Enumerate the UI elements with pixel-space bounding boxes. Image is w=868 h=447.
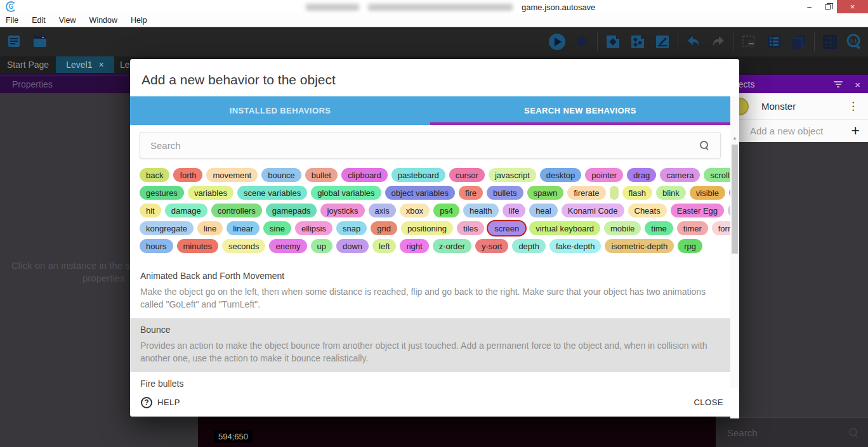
tag-chip-spawn[interactable]: spawn xyxy=(527,186,564,200)
tab-installed-behaviors[interactable]: INSTALLED BEHAVIORS xyxy=(130,96,430,125)
tag-chip-enemy[interactable]: enemy xyxy=(269,239,306,253)
tag-chip-global-variables[interactable]: global variables xyxy=(311,186,381,200)
tag-chip-y-sort[interactable]: y-sort xyxy=(475,239,509,253)
tag-chip-right[interactable]: right xyxy=(400,239,428,253)
tag-chip-grid[interactable]: grid xyxy=(371,221,397,235)
tag-chip-fire[interactable]: fire xyxy=(459,186,483,200)
tag-chip-gamepads[interactable]: gamepads xyxy=(266,204,317,217)
tag-chip-format[interactable]: format xyxy=(712,221,730,235)
tag-chip-desktop[interactable]: desktop xyxy=(540,168,582,182)
tag-chip-visible[interactable]: visible xyxy=(690,186,725,200)
menu-item-file[interactable]: File xyxy=(6,16,18,25)
help-button[interactable]: ? HELP xyxy=(141,397,180,408)
tag-chip-heal[interactable]: heal xyxy=(529,204,558,217)
scrollbar-thumb[interactable] xyxy=(732,145,738,254)
tag-chip-bullet[interactable]: bullet xyxy=(305,168,338,182)
tag-chip-screen[interactable]: screen xyxy=(488,221,525,235)
tag-chip-firerate[interactable]: firerate xyxy=(567,186,605,200)
tag-chip-clipboard[interactable]: clipboard xyxy=(341,168,388,182)
play-icon[interactable] xyxy=(548,32,567,51)
tag-chip-ellipsis[interactable]: ellipsis xyxy=(295,221,332,235)
close-window-button[interactable]: × xyxy=(837,0,868,13)
menu-item-edit[interactable]: Edit xyxy=(32,16,46,25)
tag-chip-scene-variables[interactable]: scene variables xyxy=(237,186,307,200)
tab-level1[interactable]: Level1 × xyxy=(56,56,114,73)
menu-item-window[interactable]: Window xyxy=(89,16,117,25)
project-manager-icon[interactable] xyxy=(5,32,24,51)
tag-chip-fake-depth[interactable]: fake-depth xyxy=(549,239,601,253)
tag-chip-bullets[interactable]: bullets xyxy=(487,186,523,200)
behavior-search-field[interactable]: Search xyxy=(140,132,721,159)
add-object-icon[interactable] xyxy=(603,32,622,51)
tag-chip-blank[interactable] xyxy=(610,186,619,200)
close-panel-icon[interactable]: × xyxy=(855,79,860,90)
tag-chip-virtual-keyboard[interactable]: virtual keyboard xyxy=(529,221,600,235)
tag-chip-bounce[interactable]: bounce xyxy=(261,168,301,182)
tag-chip-cheats[interactable]: Cheats xyxy=(628,204,667,217)
tag-chip-health[interactable]: health xyxy=(463,204,498,217)
tag-chip-positioning[interactable]: positioning xyxy=(401,221,453,235)
tag-chip-javascript[interactable]: javascript xyxy=(489,168,536,182)
tag-chip-controllers[interactable]: controllers xyxy=(211,204,262,217)
tag-chip-up[interactable]: up xyxy=(311,239,332,253)
tag-chip-pointer[interactable]: pointer xyxy=(585,168,623,182)
tab-close-icon[interactable]: × xyxy=(99,60,104,70)
tab-start-page[interactable]: Start Page xyxy=(7,56,49,73)
menu-item-help[interactable]: Help xyxy=(131,16,147,25)
tag-chip-scroll[interactable]: scroll xyxy=(704,168,730,182)
edit-scene-icon[interactable] xyxy=(653,32,672,51)
tag-chip-minutes[interactable]: minutes xyxy=(177,239,219,253)
tag-chip-gestures[interactable]: gestures xyxy=(140,186,184,200)
tag-chip-object-variables[interactable]: object variables xyxy=(385,186,455,200)
tag-chip-forth[interactable]: forth xyxy=(173,168,202,182)
tag-chip-kongregate[interactable]: kongregate xyxy=(140,221,194,235)
tag-chip-axis[interactable]: axis xyxy=(369,204,396,217)
tag-chip-sine[interactable]: sine xyxy=(263,221,291,235)
redo-icon[interactable] xyxy=(709,32,728,51)
tag-chip-z-order[interactable]: z-order xyxy=(433,239,471,253)
tag-chip-life[interactable]: life xyxy=(503,204,526,217)
tag-chip-left[interactable]: left xyxy=(372,239,396,253)
tag-chip-joysticks[interactable]: joysticks xyxy=(320,204,364,217)
tab-level2[interactable]: Le xyxy=(120,56,130,73)
scene-window-icon[interactable] xyxy=(30,32,49,51)
tab-search-new-behaviors[interactable]: SEARCH NEW BEHAVIORS xyxy=(430,96,730,125)
tag-chip-hit[interactable]: hit xyxy=(140,204,161,217)
filter-icon[interactable] xyxy=(833,81,843,87)
restore-button[interactable] xyxy=(819,0,837,13)
objects-search-field[interactable]: Search xyxy=(716,417,868,447)
scroll-up-icon[interactable]: ▲ xyxy=(730,136,739,140)
tag-chip-drag[interactable]: drag xyxy=(627,168,656,182)
layers-icon[interactable] xyxy=(789,32,808,51)
tag-chip-cursor[interactable]: cursor xyxy=(449,168,485,182)
grid-icon[interactable] xyxy=(820,32,839,51)
menu-item-view[interactable]: View xyxy=(59,16,76,25)
dialog-scrollbar[interactable]: ▲ ▼ xyxy=(730,96,739,418)
debug-icon[interactable] xyxy=(572,32,591,51)
tag-chip-back[interactable]: back xyxy=(140,168,169,182)
tag-chip-isometric-depth[interactable]: isometric-depth xyxy=(605,239,674,253)
zoom-1-1-icon[interactable]: 1:1 xyxy=(845,32,864,51)
tag-chip-pasteboard[interactable]: pasteboard xyxy=(391,168,445,182)
tag-chip-variables[interactable]: variables xyxy=(188,186,233,200)
minimize-button[interactable]: – xyxy=(800,0,819,13)
undo-icon[interactable] xyxy=(684,32,703,51)
tag-chip-rpg[interactable]: rpg xyxy=(678,239,702,253)
close-dialog-button[interactable]: CLOSE xyxy=(694,398,723,407)
tag-chip-hours[interactable]: hours xyxy=(140,239,173,253)
tag-chip-timer[interactable]: timer xyxy=(677,221,708,235)
tag-chip-damage[interactable]: damage xyxy=(165,204,207,217)
tag-chip-easter-egg[interactable]: Easter Egg xyxy=(671,204,724,217)
tag-chip-time[interactable]: time xyxy=(645,221,673,235)
tag-chip-movement[interactable]: movement xyxy=(206,168,258,182)
tag-chip-mobile[interactable]: mobile xyxy=(604,221,641,235)
tag-chip-depth[interactable]: depth xyxy=(512,239,546,253)
tag-chip-line[interactable]: line xyxy=(197,221,223,235)
instances-list-icon[interactable] xyxy=(765,32,784,51)
tag-chip-linear[interactable]: linear xyxy=(227,221,260,235)
tag-chip-flash[interactable]: flash xyxy=(622,186,652,200)
tag-chip-seconds[interactable]: seconds xyxy=(222,239,265,253)
behavior-item-animated-back-and-forth-movement[interactable]: Animated Back and Forth MovementMake the… xyxy=(130,264,730,318)
behavior-item-fire-bullets[interactable]: Fire bulletsAllow the object to fire bul… xyxy=(130,372,730,388)
tag-chip-snap[interactable]: snap xyxy=(336,221,367,235)
